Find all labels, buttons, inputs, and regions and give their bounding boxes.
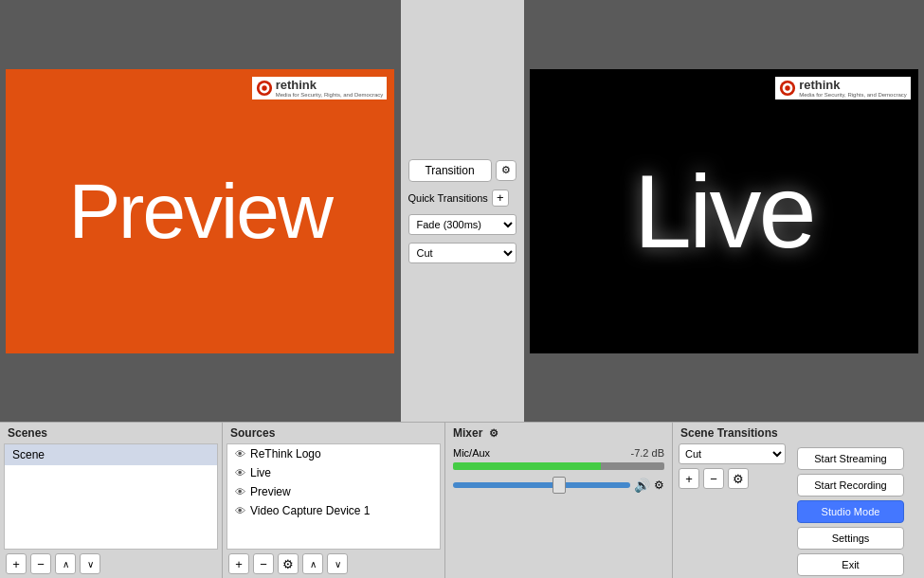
source-item-preview[interactable]: 👁 Preview: [227, 482, 440, 501]
sources-up-button[interactable]: ∧: [302, 553, 323, 574]
volume-icon[interactable]: 🔊: [634, 478, 650, 493]
scene-transitions-add-button[interactable]: +: [679, 468, 699, 489]
transition-header-row: Transition ⚙: [408, 159, 516, 182]
scene-transitions-select[interactable]: Cut Fade Stinger Slide Swipe: [679, 443, 786, 464]
preview-panel: Preview rethink Media for Security, Righ…: [0, 0, 401, 422]
mixer-section: Mixer ⚙ Mic/Aux -7.2 dB 🔊 ⚙: [445, 423, 673, 578]
scene-transitions-remove-button[interactable]: −: [703, 468, 724, 489]
svg-point-5: [785, 85, 789, 90]
rethink-logo-icon: [256, 80, 273, 97]
rethink-tagline: Media for Security, Rights, and Democrac…: [276, 92, 384, 99]
transition-controls: Transition ⚙ Quick Transitions + Fade (3…: [401, 0, 524, 422]
start-streaming-button[interactable]: Start Streaming: [797, 447, 904, 470]
live-text: Live: [634, 151, 814, 271]
preview-screen: Preview rethink Media for Security, Righ…: [6, 69, 394, 353]
scenes-header: Scenes: [0, 423, 222, 443]
live-screen: Live rethink Media for Security, Rights,…: [530, 69, 918, 353]
mixer-channel-header: Mic/Aux -7.2 dB: [453, 447, 664, 459]
sources-header: Sources: [223, 423, 444, 443]
mixer-fader-row: 🔊 ⚙: [453, 478, 664, 493]
rethink-logo-icon-live: [779, 80, 796, 97]
source-item-video-capture[interactable]: 👁 Video Capture Device 1: [227, 501, 440, 520]
preview-logo-overlay: rethink Media for Security, Rights, and …: [252, 77, 388, 100]
quick-transitions-add-button[interactable]: +: [492, 190, 509, 207]
mixer-fader-track[interactable]: [453, 482, 630, 488]
start-recording-button[interactable]: Start Recording: [797, 474, 904, 497]
mixer-fader-thumb[interactable]: [553, 477, 566, 494]
source-item-rethink-logo[interactable]: 👁 ReThink Logo: [227, 444, 440, 463]
transition-gear-button[interactable]: ⚙: [496, 160, 516, 181]
sources-toolbar: + − ⚙ ∧ ∨: [223, 550, 444, 578]
sources-remove-button[interactable]: −: [253, 553, 274, 574]
bottom-panel: Scenes Scene + − ∧ ∨ Sources 👁 ReThink L…: [0, 422, 924, 578]
sources-gear-button[interactable]: ⚙: [278, 553, 299, 574]
scenes-toolbar: + − ∧ ∨: [0, 550, 222, 578]
scene-transitions-toolbar: + − ⚙: [673, 464, 791, 493]
eye-icon-live: 👁: [235, 467, 245, 479]
eye-icon-preview: 👁: [235, 486, 245, 497]
rethink-tagline-live: Media for Security, Rights, and Democrac…: [799, 92, 907, 99]
scenes-list: Scene: [4, 443, 218, 550]
sources-list: 👁 ReThink Logo 👁 Live 👁 Preview 👁 Video …: [226, 443, 441, 550]
settings-button[interactable]: Settings: [797, 527, 904, 550]
quick-transitions-label: Quick Transitions: [408, 192, 488, 204]
mixer-level-bar: [453, 462, 664, 470]
top-area: Preview rethink Media for Security, Righ…: [0, 0, 924, 422]
quick-transitions-row: Quick Transitions +: [408, 190, 516, 207]
scenes-section: Scenes Scene + − ∧ ∨: [0, 423, 223, 578]
source-item-live[interactable]: 👁 Live: [227, 463, 440, 482]
scene-transitions-dropdown-row: Cut Fade Stinger Slide Swipe: [673, 443, 791, 464]
mixer-channel: Mic/Aux -7.2 dB 🔊 ⚙: [445, 443, 672, 497]
rethink-brand-text-live: rethink: [799, 79, 907, 92]
mixer-header: Mixer ⚙: [445, 423, 672, 443]
cut-dropdown[interactable]: Cut Fade (300ms) Stinger Slide Swipe: [408, 243, 516, 263]
mixer-channel-gear[interactable]: ⚙: [654, 479, 664, 492]
eye-icon-rethink: 👁: [235, 448, 245, 460]
svg-point-2: [262, 85, 266, 90]
scene-transitions-gear-button[interactable]: ⚙: [728, 468, 749, 489]
scene-transitions-header: Scene Transitions: [673, 423, 791, 443]
scenes-remove-button[interactable]: −: [30, 553, 51, 574]
fade-dropdown[interactable]: Fade (300ms) Cut Stinger Slide Swipe: [408, 214, 516, 235]
scene-transitions-section: Scene Transitions Cut Fade Stinger Slide…: [673, 423, 791, 578]
right-controls: Start Streaming Start Recording Studio M…: [791, 423, 910, 578]
exit-button[interactable]: Exit: [797, 553, 904, 576]
sources-add-button[interactable]: +: [228, 553, 249, 574]
eye-icon-video-capture: 👁: [235, 505, 245, 516]
mixer-channel-name: Mic/Aux: [453, 447, 490, 459]
live-panel: Live rethink Media for Security, Rights,…: [524, 0, 925, 422]
sources-down-button[interactable]: ∨: [327, 553, 348, 574]
live-logo-overlay: rethink Media for Security, Rights, and …: [775, 77, 911, 100]
scene-item[interactable]: Scene: [5, 444, 217, 465]
studio-mode-button[interactable]: Studio Mode: [797, 500, 904, 523]
preview-text: Preview: [68, 167, 332, 256]
sources-section: Sources 👁 ReThink Logo 👁 Live 👁 Preview …: [223, 423, 445, 578]
rethink-brand-text: rethink: [276, 79, 384, 92]
scenes-up-button[interactable]: ∧: [55, 553, 76, 574]
mixer-gear-icon[interactable]: ⚙: [489, 427, 498, 440]
scenes-down-button[interactable]: ∨: [80, 553, 100, 574]
transition-button[interactable]: Transition: [408, 159, 492, 182]
mixer-db-value: -7.2 dB: [631, 447, 664, 459]
transition-gear-icon: ⚙: [501, 164, 511, 176]
scenes-add-button[interactable]: +: [6, 553, 27, 574]
